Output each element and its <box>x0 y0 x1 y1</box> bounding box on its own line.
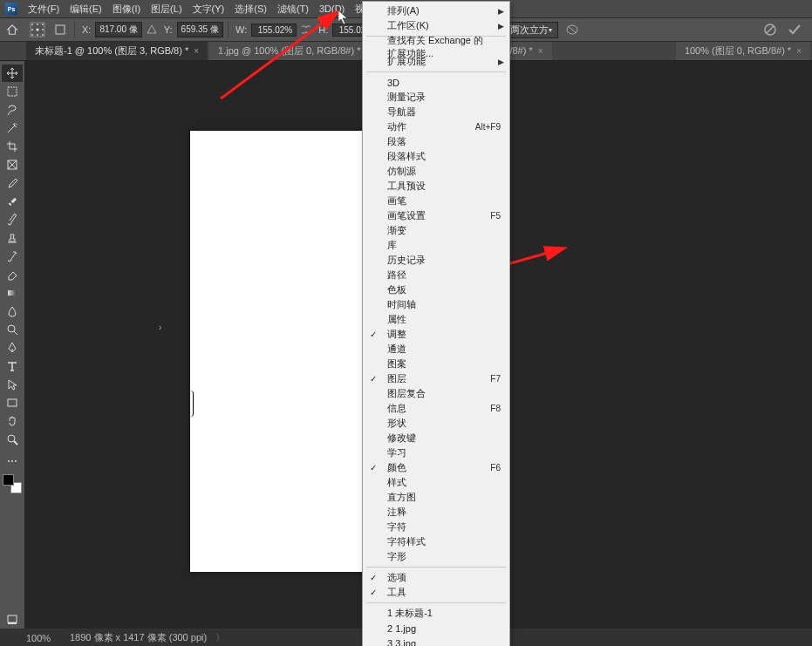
tab-label: 未标题-1 @ 100% (图层 3, RGB/8) * <box>35 44 188 58</box>
check-icon: ✓ <box>370 573 377 582</box>
path-select-tool-icon[interactable] <box>2 376 23 393</box>
menu-panel-29[interactable]: 注释 <box>363 505 509 520</box>
history-brush-tool-icon[interactable] <box>2 248 23 265</box>
menu-item-label: 图层 <box>387 372 406 385</box>
cancel-icon[interactable] <box>763 23 777 37</box>
x-field[interactable]: 817.00 像 <box>95 22 141 37</box>
wand-tool-icon[interactable] <box>2 119 23 137</box>
eraser-tool-icon[interactable] <box>2 266 23 283</box>
menu-panel-0[interactable]: 3D <box>363 75 509 90</box>
svg-point-28 <box>11 460 13 462</box>
menu-panel-16[interactable]: 属性 <box>363 312 509 327</box>
dodge-tool-icon[interactable] <box>2 321 23 338</box>
eyedropper-tool-icon[interactable] <box>2 174 23 192</box>
menu-panel-13[interactable]: 路径 <box>363 268 509 282</box>
menu-panel-5[interactable]: 段落样式 <box>363 149 509 164</box>
screen-mode-icon[interactable] <box>2 611 23 629</box>
tab-partial[interactable]: 100% (图层 0, RGB/8#) *× <box>676 42 810 60</box>
menu-panel-4[interactable]: 段落 <box>363 134 509 149</box>
menu-panel-23[interactable]: 形状 <box>363 416 509 431</box>
menu-panel-12[interactable]: 历史记录 <box>363 253 509 268</box>
move-tool-icon[interactable] <box>2 65 23 82</box>
blur-tool-icon[interactable] <box>2 303 23 320</box>
menu-win-2[interactable]: 3 3.jpg <box>363 636 509 646</box>
more-tools-icon[interactable] <box>2 452 23 470</box>
menu-panel-17[interactable]: ✓调整 <box>363 327 509 342</box>
menu-panel-30[interactable]: 字符 <box>363 520 509 534</box>
color-swatch[interactable] <box>3 474 22 493</box>
menu-item-label: 时间轴 <box>387 298 416 311</box>
menu-panel-2[interactable]: 导航器 <box>363 105 509 119</box>
lasso-tool-icon[interactable] <box>2 101 23 119</box>
menu-panel-22[interactable]: 信息F8 <box>363 401 509 416</box>
menu-panel-25[interactable]: 学习 <box>363 445 509 460</box>
menu-panel-7[interactable]: 工具预设 <box>363 179 509 194</box>
menu-panel-10[interactable]: 渐变 <box>363 223 509 238</box>
frame-tool-icon[interactable] <box>2 156 23 173</box>
stamp-tool-icon[interactable] <box>2 229 23 247</box>
menu-win-0[interactable]: 1 未标题-1 <box>363 606 509 621</box>
shape-tool-icon[interactable] <box>2 394 23 411</box>
menu-image[interactable]: 图像(I) <box>107 1 146 17</box>
gradient-tool-icon[interactable] <box>2 284 23 302</box>
menu-panel-11[interactable]: 库 <box>363 238 509 253</box>
close-icon[interactable]: × <box>796 46 802 56</box>
menu-panel-20[interactable]: ✓图层F7 <box>363 371 509 386</box>
x-label: X: <box>82 24 91 35</box>
window-menu-dropdown: 排列(A)▶工作区(K)▶ 查找有关 Exchange 的扩展功能...扩展功能… <box>362 1 510 646</box>
svg-rect-21 <box>8 290 17 296</box>
anchor-widget-icon[interactable] <box>26 22 49 37</box>
commit-icon[interactable] <box>788 23 802 37</box>
close-icon[interactable]: × <box>194 46 199 56</box>
menu-panel-28[interactable]: 直方图 <box>363 490 509 505</box>
pen-tool-icon[interactable] <box>2 339 23 357</box>
menu-item-label: 图案 <box>387 357 406 371</box>
menu-panel-32[interactable]: 字形 <box>363 549 509 564</box>
options-icon[interactable] <box>565 23 579 37</box>
crop-tool-icon[interactable] <box>2 138 23 155</box>
menu-panel-19[interactable]: 图案 <box>363 357 509 371</box>
menu-panel-9[interactable]: 画笔设置F5 <box>363 208 509 223</box>
menu-panel-24[interactable]: 修改键 <box>363 431 509 445</box>
menu-panel-1[interactable]: 测量记录 <box>363 90 509 105</box>
menu-panel-21[interactable]: 图层复合 <box>363 386 509 401</box>
marquee-tool-icon[interactable] <box>2 83 23 100</box>
menu-ext-1[interactable]: 扩展功能▶ <box>363 54 509 69</box>
menu-ext-0[interactable]: 查找有关 Exchange 的扩展功能... <box>363 39 509 54</box>
zoom-field[interactable]: 100% <box>26 633 61 643</box>
submenu-arrow-icon: ▶ <box>498 58 504 66</box>
foreground-color[interactable] <box>3 474 14 486</box>
shortcut-label: F6 <box>490 463 501 473</box>
menu-panel-31[interactable]: 字符样式 <box>363 534 509 549</box>
menu-panel-27[interactable]: 样式 <box>363 475 509 490</box>
interp-dropdown[interactable]: 两次立方▾ <box>504 22 558 38</box>
menu-divider <box>366 602 506 603</box>
menu-edit[interactable]: 编辑(E) <box>65 1 107 17</box>
menu-panel-3[interactable]: 动作Alt+F9 <box>363 119 509 134</box>
menu-panel-14[interactable]: 色板 <box>363 282 509 297</box>
home-icon[interactable] <box>5 23 19 37</box>
type-tool-icon[interactable] <box>2 357 23 375</box>
svg-point-7 <box>31 34 33 36</box>
menu-panel-6[interactable]: 仿制源 <box>363 164 509 179</box>
menu-file[interactable]: 文件(F) <box>23 1 65 17</box>
menu-panel-26[interactable]: ✓颜色F6 <box>363 460 509 475</box>
hand-tool-icon[interactable] <box>2 412 23 430</box>
menu-win-1[interactable]: 2 1.jpg <box>363 621 509 636</box>
relative-icon[interactable] <box>51 24 70 36</box>
menu-layer[interactable]: 图层(L) <box>146 1 187 17</box>
tab-untitled-1[interactable]: 未标题-1 @ 100% (图层 3, RGB/8) *× <box>26 42 208 60</box>
brush-tool-icon[interactable] <box>2 211 23 228</box>
check-icon: ✓ <box>370 374 377 384</box>
heal-tool-icon[interactable] <box>2 193 23 210</box>
chevron-right-icon[interactable]: 〉 <box>215 631 225 644</box>
menu-panel-8[interactable]: 画笔 <box>363 194 509 208</box>
menu-opt-1[interactable]: ✓工具 <box>363 585 509 600</box>
menu-panel-15[interactable]: 时间轴 <box>363 297 509 312</box>
menu-arrange-0[interactable]: 排列(A)▶ <box>363 3 509 18</box>
close-icon[interactable]: × <box>538 46 543 56</box>
menu-arrange-1[interactable]: 工作区(K)▶ <box>363 18 509 33</box>
menu-opt-0[interactable]: ✓选项 <box>363 570 509 585</box>
menu-panel-18[interactable]: 通道 <box>363 342 509 357</box>
zoom-tool-icon[interactable] <box>2 431 23 448</box>
